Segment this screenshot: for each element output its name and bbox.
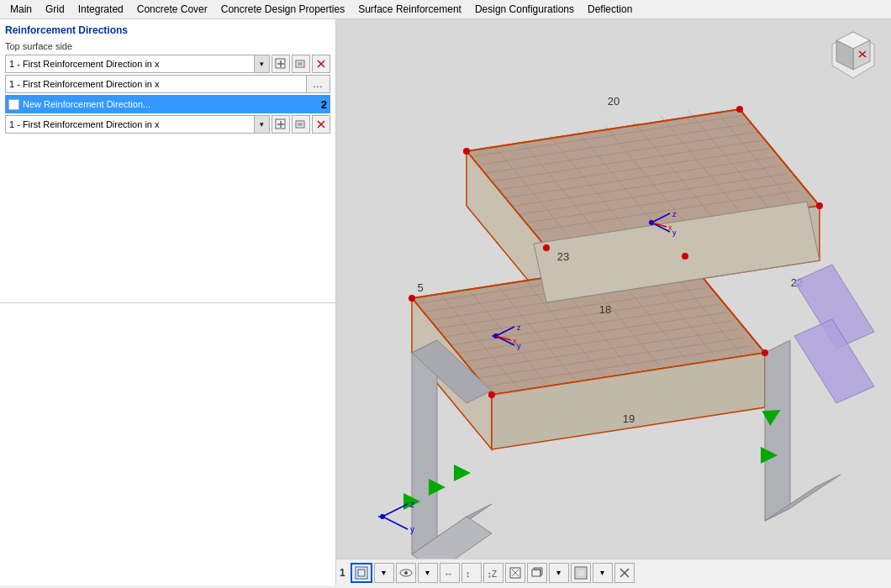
reinf-direction-select-1[interactable]: 1 - First Reinforcement Direction in x 2…: [5, 55, 255, 73]
menu-concrete-cover[interactable]: Concrete Cover: [130, 2, 214, 17]
nav-cube[interactable]: [824, 28, 883, 87]
menu-surface-reinf[interactable]: Surface Reinforcement: [351, 2, 468, 17]
fit-x-btn[interactable]: ↔: [440, 563, 460, 583]
left-panel-bottom: [0, 303, 335, 586]
view-3d-btn[interactable]: [527, 563, 547, 583]
svg-text:20: 20: [608, 95, 619, 108]
new-icon-btn-2[interactable]: [272, 115, 290, 134]
svg-text:x: x: [668, 223, 672, 232]
section-title: Reinforcement Directions: [5, 24, 330, 36]
render-dropdown-btn[interactable]: ▾: [593, 563, 613, 583]
viewport-number: 1: [340, 567, 345, 579]
svg-point-90: [543, 244, 550, 251]
dots-btn-1[interactable]: ...: [307, 75, 330, 93]
svg-rect-125: [358, 570, 365, 576]
new-reinf-label: New Reinforcement Direction...: [23, 99, 150, 109]
svg-text:↕: ↕: [466, 569, 471, 579]
view-dropdown-btn[interactable]: ▾: [374, 563, 394, 583]
render-btn[interactable]: [571, 563, 591, 583]
svg-text:↔: ↔: [444, 569, 453, 579]
viewport-canvas: 20 5 23 18 22 19: [336, 19, 891, 559]
new-reinf-row[interactable]: New Reinforcement Direction... 2: [5, 95, 330, 113]
menu-deflection[interactable]: Deflection: [581, 2, 639, 17]
edit-icon-btn-1[interactable]: [292, 55, 310, 73]
menu-design-config[interactable]: Design Configurations: [468, 2, 581, 17]
dropdown-arrow-2[interactable]: ▾: [255, 115, 270, 134]
svg-point-91: [409, 295, 415, 302]
text-row-1: 1 - First Reinforcement Direction in x .…: [5, 75, 330, 93]
new-reinf-content: New Reinforcement Direction...: [5, 95, 314, 113]
dropdown-row-1: 1 - First Reinforcement Direction in x 2…: [5, 55, 330, 73]
svg-point-127: [404, 571, 408, 575]
left-panel: Reinforcement Directions Top surface sid…: [0, 19, 336, 585]
svg-text:y: y: [517, 342, 521, 350]
svg-point-88: [736, 106, 743, 113]
delete-icon-btn-2[interactable]: [312, 115, 330, 134]
svg-text:5: 5: [417, 281, 423, 294]
left-panel-top: Reinforcement Directions Top surface sid…: [0, 19, 335, 303]
svg-point-94: [488, 391, 495, 398]
dropdown-row-2: 1 - First Reinforcement Direction in x ▾: [5, 115, 330, 134]
svg-rect-124: [356, 567, 367, 579]
menubar: Main Grid Integrated Concrete Cover Conc…: [0, 0, 891, 19]
svg-rect-11: [296, 121, 304, 128]
text-row-content-1: 1 - First Reinforcement Direction in x: [5, 75, 307, 93]
svg-point-89: [816, 202, 823, 209]
visibility-btn[interactable]: [396, 563, 416, 583]
svg-text:z: z: [672, 210, 677, 218]
svg-rect-3: [296, 60, 304, 67]
visibility-dropdown-btn[interactable]: ▾: [418, 563, 438, 583]
menu-main[interactable]: Main: [3, 2, 39, 17]
menu-grid[interactable]: Grid: [39, 2, 71, 17]
close-viewport-btn[interactable]: [614, 563, 635, 583]
menu-concrete-design[interactable]: Concrete Design Properties: [214, 2, 351, 17]
svg-rect-134: [532, 570, 540, 576]
svg-text:19: 19: [623, 412, 635, 425]
fit-y-btn[interactable]: ↕: [461, 563, 482, 583]
bottom-toolbar: 1 ▾ ▾ ↔ ↕ ↨Z ▾: [336, 559, 891, 585]
svg-marker-73: [765, 340, 790, 521]
svg-text:x: x: [513, 337, 517, 345]
new-reinf-checkbox[interactable]: [8, 99, 19, 110]
svg-text:y: y: [672, 228, 677, 237]
svg-rect-137: [577, 569, 585, 577]
svg-point-93: [762, 349, 768, 356]
fit-all-btn[interactable]: [505, 563, 525, 583]
menu-integrated[interactable]: Integrated: [71, 2, 130, 17]
svg-text:↨Z: ↨Z: [488, 570, 497, 579]
svg-point-92: [682, 253, 688, 260]
view-select-btn[interactable]: [351, 563, 372, 583]
view-3d-dropdown-btn[interactable]: ▾: [549, 563, 569, 583]
new-reinf-number: 2: [318, 98, 330, 111]
svg-text:y: y: [410, 525, 414, 534]
main-layout: Reinforcement Directions Top surface sid…: [0, 19, 891, 585]
edit-icon-btn-2[interactable]: [292, 115, 310, 134]
svg-text:z: z: [410, 500, 414, 509]
right-panel[interactable]: 20 5 23 18 22 19: [336, 19, 891, 585]
scene-svg: 20 5 23 18 22 19: [336, 19, 891, 559]
reinf-direction-select-2[interactable]: 1 - First Reinforcement Direction in x: [5, 115, 255, 134]
new-icon-btn-1[interactable]: [272, 55, 290, 73]
svg-text:23: 23: [557, 250, 569, 263]
fit-z-btn[interactable]: ↨Z: [483, 563, 503, 583]
delete-icon-btn-1[interactable]: [312, 55, 330, 73]
svg-point-87: [463, 148, 470, 155]
surface-label: Top surface side: [5, 41, 330, 51]
svg-text:18: 18: [599, 303, 611, 316]
svg-point-102: [380, 514, 385, 519]
svg-text:z: z: [517, 323, 521, 332]
dropdown-arrow-1[interactable]: ▾: [255, 55, 270, 73]
svg-marker-135: [534, 568, 542, 576]
